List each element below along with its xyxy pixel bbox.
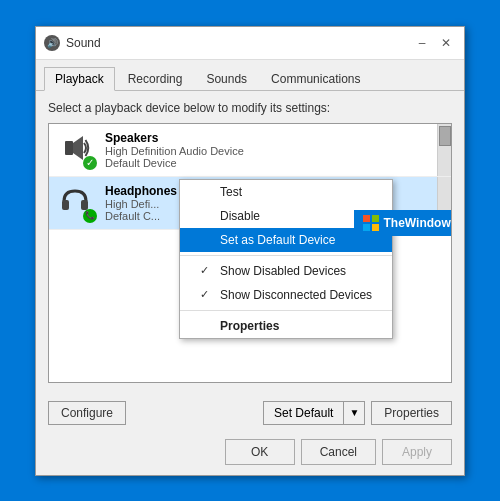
ctx-disable-label: Disable [220,209,260,223]
ctx-show-disconnected[interactable]: ✓ Show Disconnected Devices [180,283,392,307]
speakers-sub2: Default Device [105,157,443,169]
tab-bar: Playback Recording Sounds Communications [36,60,464,91]
device-list[interactable]: ✓ Speakers High Definition Audio Device … [48,123,452,383]
ctx-disconnected-check: ✓ [200,288,214,301]
title-bar-left: 🔊 Sound [44,35,101,51]
svg-rect-3 [81,200,88,210]
tab-sounds[interactable]: Sounds [195,67,258,91]
svg-marker-1 [73,136,83,160]
windows-logo-icon [362,214,380,232]
tab-recording[interactable]: Recording [117,67,194,91]
ctx-disabled-label: Show Disabled Devices [220,264,346,278]
set-default-arrow[interactable]: ▼ [343,401,365,425]
ctx-sep1 [180,255,392,256]
ok-button[interactable]: OK [225,439,295,465]
watermark-text: TheWindowsClub [384,216,452,230]
speakers-name: Speakers [105,131,443,145]
svg-rect-7 [372,224,379,231]
speakers-sub1: High Definition Audio Device [105,145,443,157]
headphones-icon-wrap: 📞 [57,183,97,223]
tab-communications[interactable]: Communications [260,67,371,91]
device-item-speakers[interactable]: ✓ Speakers High Definition Audio Device … [49,124,451,177]
speakers-badge: ✓ [83,156,97,170]
speakers-icon-wrap: ✓ [57,130,97,170]
context-menu: Test Disable Set as Default Device ✓ Sho… [179,179,393,339]
content-area: Select a playback device below to modify… [36,91,464,393]
instruction-text: Select a playback device below to modify… [48,101,452,115]
configure-button[interactable]: Configure [48,401,126,425]
set-default-split: Set Default ▼ [263,401,365,425]
scrollbar[interactable] [437,124,451,176]
svg-rect-5 [372,215,379,222]
apply-button[interactable]: Apply [382,439,452,465]
set-default-button[interactable]: Set Default [263,401,343,425]
svg-rect-2 [62,200,69,210]
close-button[interactable]: ✕ [436,33,456,53]
watermark-container: TheWindowsClub [354,210,452,236]
bottom-bar: Configure Set Default ▼ Properties [36,393,464,433]
dialog-buttons: OK Cancel Apply [36,433,464,475]
ctx-properties[interactable]: Properties [180,314,392,338]
ctx-sep2 [180,310,392,311]
ctx-show-disabled[interactable]: ✓ Show Disabled Devices [180,259,392,283]
sound-icon: 🔊 [44,35,60,51]
ctx-props-label: Properties [220,319,279,333]
svg-rect-0 [65,141,73,155]
speakers-info: Speakers High Definition Audio Device De… [105,131,443,169]
watermark-box: TheWindowsClub [354,210,452,236]
ctx-test-label: Test [220,185,242,199]
svg-rect-6 [363,224,370,231]
tab-playback[interactable]: Playback [44,67,115,91]
properties-button[interactable]: Properties [371,401,452,425]
ctx-disabled-check: ✓ [200,264,214,277]
window-title: Sound [66,36,101,50]
ctx-default-label: Set as Default Device [220,233,335,247]
cancel-button[interactable]: Cancel [301,439,376,465]
minimize-button[interactable]: – [412,33,432,53]
title-bar: 🔊 Sound – ✕ [36,27,464,60]
svg-rect-4 [363,215,370,222]
sound-dialog: 🔊 Sound – ✕ Playback Recording Sounds Co… [35,26,465,476]
headphones-badge: 📞 [83,209,97,223]
ctx-test[interactable]: Test [180,180,392,204]
window-controls: – ✕ [412,33,456,53]
ctx-disconnected-label: Show Disconnected Devices [220,288,372,302]
